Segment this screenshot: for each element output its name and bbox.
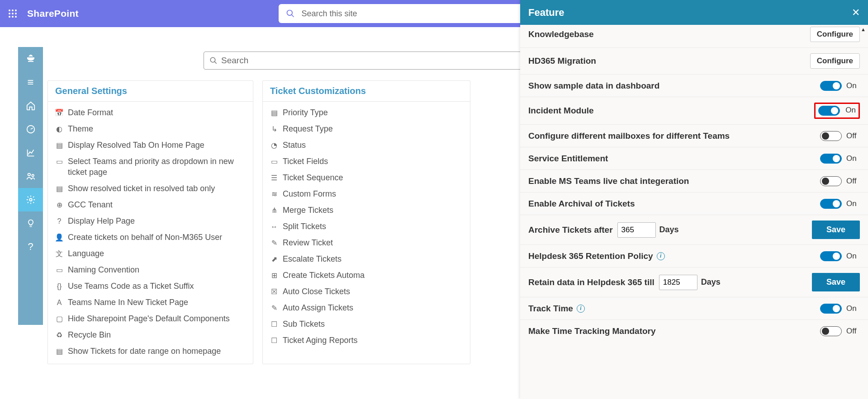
save-button[interactable]: Save <box>812 273 860 291</box>
toggle-retention[interactable] <box>820 251 842 261</box>
info-icon[interactable]: i <box>577 305 585 313</box>
ticket-item[interactable]: ✎Auto Assign Tickets <box>268 300 465 316</box>
feature-row-knowledgebase: Knowledgebase Configure <box>520 25 868 48</box>
ticket-item[interactable]: ▭Ticket Fields <box>268 153 465 169</box>
rail-help-button[interactable]: ? <box>18 235 43 258</box>
toggle-state-label: On <box>846 304 860 313</box>
text-icon: A <box>55 298 63 308</box>
svg-point-7 <box>12 16 14 18</box>
rail-hamburger-button[interactable]: ≡ <box>18 70 43 94</box>
setting-item[interactable]: 文Language <box>53 245 248 262</box>
setting-item[interactable]: ?Display Help Page <box>53 213 248 229</box>
toggle-sample-data[interactable] <box>820 81 842 91</box>
rail-handshake-icon[interactable] <box>18 47 43 70</box>
svg-point-5 <box>15 13 17 14</box>
split-icon: ↔ <box>270 222 278 232</box>
setting-item[interactable]: {}Use Teams Code as a Ticket Suffix <box>53 278 248 294</box>
toggle-mailboxes[interactable] <box>820 131 842 141</box>
toggle-state-label: On <box>846 199 860 208</box>
ticket-item[interactable]: ⊞Create Tickets Automa <box>268 267 465 283</box>
rail-people-button[interactable] <box>18 164 43 188</box>
setting-item[interactable]: ▢Hide Sharepoint Page's Default Componen… <box>53 310 248 327</box>
review-icon: ✎ <box>270 238 278 248</box>
ticket-item[interactable]: ☐Sub Tickets <box>268 316 465 332</box>
setting-item[interactable]: ⊕GCC Tenant <box>53 197 248 213</box>
request-icon: ↳ <box>270 124 278 134</box>
setting-item[interactable]: ♻Recycle Bin <box>53 327 248 343</box>
rail-home-button[interactable] <box>18 94 43 117</box>
ticket-item[interactable]: ◔Status <box>268 137 465 153</box>
ticket-item[interactable]: ↔Split Tickets <box>268 218 465 235</box>
svg-point-1 <box>12 9 14 11</box>
ticket-item[interactable]: ☐Ticket Aging Reports <box>268 332 465 348</box>
auto-icon: ⊞ <box>270 271 278 281</box>
ticket-item[interactable]: ▤Priority Type <box>268 104 465 121</box>
ticket-item[interactable]: ☒Auto Close Tickets <box>268 283 465 300</box>
toggle-track-time[interactable] <box>820 304 842 314</box>
search-icon <box>209 56 218 65</box>
ticket-item[interactable]: ✎Review Ticket <box>268 235 465 251</box>
feature-panel-title: Feature <box>528 7 564 19</box>
svg-point-3 <box>9 13 10 14</box>
svg-point-14 <box>29 198 32 201</box>
list-icon: ▤ <box>55 141 63 150</box>
recycle-icon: ♻ <box>55 330 63 340</box>
scroll-up-arrow-icon[interactable]: ▲ <box>861 27 866 32</box>
feature-label: Enable Archival of Tickets <box>528 199 635 209</box>
close-panel-button[interactable]: ✕ <box>852 7 860 19</box>
info-icon[interactable]: i <box>657 252 665 260</box>
close-icon: ☒ <box>270 287 278 297</box>
toggle-mandatory[interactable] <box>820 326 842 336</box>
feature-label: Make Time Tracking Mandatory <box>528 326 656 336</box>
fields-icon: ▭ <box>270 157 278 167</box>
ticket-item[interactable]: ☰Ticket Sequence <box>268 169 465 186</box>
archive-days-input[interactable] <box>617 222 656 238</box>
svg-line-16 <box>214 61 217 64</box>
setting-item[interactable]: 📅Date Format <box>53 104 248 121</box>
setting-item[interactable]: ▤Show resolved ticket in resolved tab on… <box>53 180 248 197</box>
rail-chart-button[interactable] <box>18 141 43 164</box>
feature-label: Show sample data in dashboard <box>528 81 659 91</box>
rail-settings-button[interactable] <box>18 188 43 211</box>
save-button[interactable]: Save <box>812 221 860 239</box>
content-search-placeholder: Search <box>221 56 248 66</box>
configure-button[interactable]: Configure <box>810 27 860 42</box>
ticket-customizations-header: Ticket Customizations <box>263 81 470 102</box>
ticket-item[interactable]: ↳Request Type <box>268 121 465 137</box>
rail-idea-button[interactable] <box>18 211 43 235</box>
configure-button[interactable]: Configure <box>810 53 860 69</box>
rail-dashboard-button[interactable] <box>18 117 43 141</box>
toggle-incident-module[interactable] <box>818 106 840 116</box>
setting-item[interactable]: 👤Create tickets on behalf of Non-M365 Us… <box>53 229 248 245</box>
left-nav-rail: ≡ ? <box>18 47 43 325</box>
feature-panel-body: Knowledgebase Configure HD365 Migration … <box>520 25 868 399</box>
toggle-entitlement[interactable] <box>820 154 842 164</box>
svg-point-13 <box>32 174 34 177</box>
apps-grid-icon <box>8 9 17 18</box>
setting-item[interactable]: ▭Naming Convention <box>53 262 248 278</box>
priority-icon: ▤ <box>270 108 278 118</box>
setting-item[interactable]: ▤Show Tickets for date range on homepage <box>53 343 248 359</box>
calendar-icon: 📅 <box>55 108 63 118</box>
app-launcher-button[interactable] <box>0 0 25 27</box>
setting-item[interactable]: ▭Select Teams and priority as dropdown i… <box>53 153 248 180</box>
ticket-customizations-card: Ticket Customizations ▤Priority Type ↳Re… <box>262 80 470 364</box>
setting-item[interactable]: ◐Theme <box>53 121 248 137</box>
toggle-teams-chat[interactable] <box>820 176 842 186</box>
ticket-item[interactable]: ≋Custom Forms <box>268 186 465 202</box>
svg-point-9 <box>287 10 293 16</box>
ticket-item[interactable]: ⋔Merge Tickets <box>268 202 465 218</box>
toggle-archival[interactable] <box>820 199 842 209</box>
feature-row-retention: Helpdesk 365 Retention Policyi On <box>520 245 868 268</box>
ticket-item[interactable]: ⬈Escalate Tickets <box>268 251 465 267</box>
theme-icon: ◐ <box>55 124 63 134</box>
retain-days-input[interactable] <box>659 275 697 290</box>
feature-row-archival: Enable Archival of Tickets On <box>520 192 868 215</box>
feature-label: Archive Tickets after <box>528 225 613 235</box>
toggle-state-label: On <box>846 81 860 90</box>
setting-item[interactable]: ▤Display Resolved Tab On Home Page <box>53 137 248 153</box>
clock-icon: ◔ <box>270 141 278 150</box>
question-icon: ? <box>28 241 33 253</box>
setting-item[interactable]: ATeams Name In New Ticket Page <box>53 294 248 310</box>
sub-icon: ☐ <box>270 319 278 329</box>
